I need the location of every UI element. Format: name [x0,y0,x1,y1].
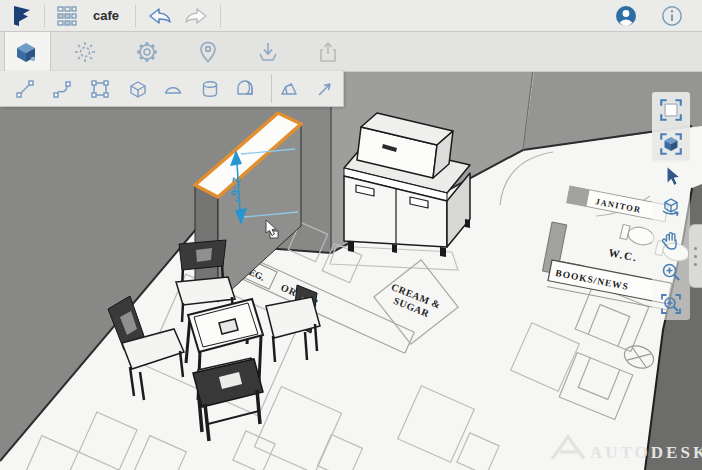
redo-button[interactable] [178,2,214,30]
divider [135,5,136,27]
divider [220,5,221,27]
undo-button[interactable] [142,2,178,30]
orbit-tool-button[interactable] [652,192,690,224]
top-bar: cafe [0,0,702,32]
main-toolbar [0,31,702,72]
tool-measure[interactable] [312,76,338,102]
tab-location[interactable] [195,39,221,65]
divider [271,74,272,103]
zoom-selection-button[interactable] [652,128,690,160]
tool-box[interactable] [125,76,151,102]
formit-app-window: REG. ORDER CREAM & SUGAR JANITOR W.C. [0,0,702,470]
tool-rectangle[interactable] [87,76,113,102]
select-tool-button[interactable] [652,160,690,192]
tool-half-cylinder[interactable] [232,76,258,102]
panel-drawer-handle[interactable] [688,224,702,288]
zoom-window-button[interactable] [652,288,690,320]
account-button[interactable] [610,2,642,30]
prep-counter[interactable] [344,113,470,257]
tool-wedge[interactable] [276,76,302,102]
tool-spline[interactable] [49,76,75,102]
app-grid-icon[interactable] [51,2,83,30]
tab-import[interactable] [255,39,281,65]
view-controls-main [652,160,690,320]
info-button[interactable] [656,2,688,30]
tab-shapes[interactable] [13,39,39,65]
tool-line[interactable] [12,76,38,102]
formit-logo[interactable] [6,2,38,30]
tool-cylinder[interactable] [197,76,223,102]
tab-export[interactable] [315,39,341,65]
document-title: cafe [83,8,129,23]
tab-settings[interactable] [134,39,160,65]
draw-toolbar [0,71,344,107]
zoom-extents-button[interactable] [652,94,690,126]
tool-dome[interactable] [160,76,186,102]
divider [44,5,45,27]
view-controls-top [652,92,690,162]
watermark-text: AUTODESK [590,443,702,462]
tab-environment[interactable] [72,39,98,65]
zoom-in-tool-button[interactable] [652,256,690,288]
pan-tool-button[interactable] [652,224,690,256]
